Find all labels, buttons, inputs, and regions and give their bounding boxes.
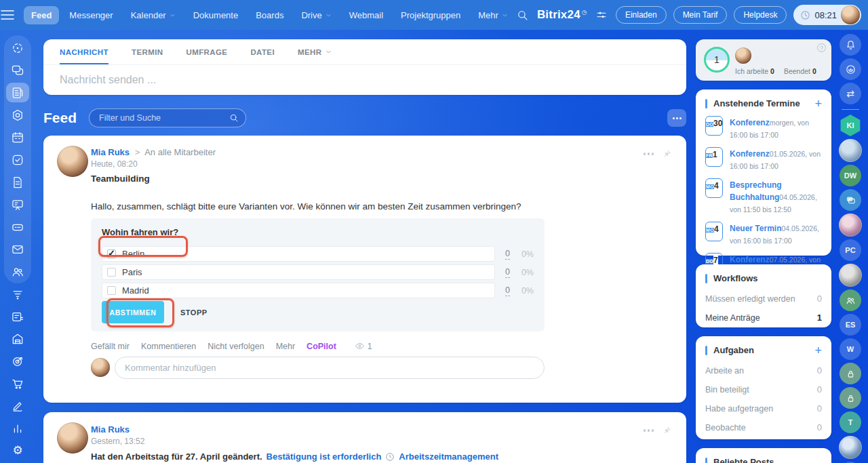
planner-icon[interactable] [4, 305, 31, 327]
workflow-row-requests[interactable]: Meine Anträge1 [696, 308, 831, 327]
event-title[interactable]: Konferenz [730, 118, 770, 127]
esign-pen-icon[interactable] [4, 395, 31, 417]
nav-kalender[interactable]: Kalender [123, 6, 183, 24]
nav-drive[interactable]: Drive [294, 6, 338, 24]
task-row-assigned[interactable]: Habe aufgetragen0 [696, 399, 831, 418]
workflow-row-todo[interactable]: Müssen erledigt werden0 [696, 289, 831, 308]
chat-avatar[interactable] [839, 264, 862, 287]
shop-cart-icon[interactable] [4, 372, 31, 395]
private-chat-lock-icon[interactable] [840, 387, 861, 409]
poll-option-madrid[interactable]: Madrid [102, 283, 495, 298]
checkbox-berlin[interactable] [107, 249, 116, 258]
search-input[interactable] [99, 113, 229, 123]
private-chat-lock-icon[interactable] [840, 363, 861, 384]
crm-funnel-icon[interactable] [4, 283, 31, 305]
document-icon[interactable] [4, 171, 31, 193]
chat-sync-icon[interactable]: ⇄ [840, 83, 861, 104]
pin-icon[interactable] [662, 426, 671, 435]
confirm-required-link[interactable]: Bestätigung ist erforderlich [267, 451, 382, 462]
chat-badge-es[interactable]: ES [840, 314, 861, 336]
event-title[interactable]: Konferenz [730, 149, 770, 159]
tab-umfrage[interactable]: UMFRAGE [186, 39, 227, 64]
notifications-bell-icon[interactable] [840, 34, 861, 56]
nav-messenger[interactable]: Messenger [62, 6, 120, 24]
analytics-icon[interactable] [4, 417, 31, 439]
event-title[interactable]: Konferenz [730, 255, 770, 264]
task-row-watching[interactable]: Beobachte0 [696, 418, 831, 437]
settings-gear-icon[interactable]: ⚙ [4, 439, 31, 462]
add-task-button[interactable]: + [814, 346, 822, 355]
chat-avatar[interactable] [839, 214, 862, 237]
feed-search[interactable] [89, 108, 246, 127]
event-title[interactable]: Besprechung Buchhaltung [730, 180, 782, 202]
group-chat-icon[interactable] [840, 189, 861, 211]
unfollow-link[interactable]: Nicht verfolgen [208, 342, 264, 351]
chat-badge-dw[interactable]: DW [840, 165, 861, 186]
worktime-clock-widget[interactable]: 08:21 [793, 5, 861, 25]
vote-count[interactable]: 0 [505, 285, 510, 296]
abstimmen-button[interactable]: ABSTIMMEN [102, 301, 164, 323]
tab-datei[interactable]: DATEI [250, 39, 275, 64]
checkbox-madrid[interactable] [107, 286, 116, 295]
task-row-working[interactable]: Arbeite an0 [696, 361, 831, 380]
author-name-link[interactable]: Mia Ruks [91, 424, 130, 435]
chat-badge-w[interactable]: W [840, 338, 861, 360]
tab-termin[interactable]: TERMIN [132, 39, 163, 64]
pin-icon[interactable] [662, 149, 671, 159]
post-menu-dots[interactable] [644, 429, 654, 432]
author-avatar[interactable] [57, 422, 88, 454]
whiteboard-icon[interactable] [4, 193, 31, 216]
mail-icon[interactable] [4, 238, 31, 260]
stopp-button[interactable]: STOPP [180, 308, 208, 317]
nav-boards[interactable]: Boards [248, 6, 291, 24]
mein-tarif-button[interactable]: Mein Tarif [673, 6, 728, 24]
event-item[interactable]: FR1 Konferenz01.05.2026, von 16:00 bis 1… [705, 147, 822, 172]
event-item[interactable]: DO30 Konferenzmorgen, von 16:00 bis 17:0… [705, 116, 822, 140]
copilot-link[interactable]: CoPilot [307, 342, 336, 351]
comment-link[interactable]: Kommentieren [141, 342, 196, 351]
post-menu-dots[interactable] [644, 153, 654, 155]
author-name-link[interactable]: Mia Ruks [91, 147, 130, 157]
event-item[interactable]: MO4 Besprechung Buchhaltung04.05.2026, v… [705, 178, 822, 215]
chat-avatar[interactable] [839, 139, 862, 162]
helpdesk-button[interactable]: Helpdesk [734, 6, 787, 24]
calendar-icon[interactable] [4, 126, 31, 148]
event-item[interactable]: MO4 Neuer Termin04.05.2026, von 16:00 bi… [705, 222, 822, 246]
messenger-icon[interactable] [4, 59, 31, 81]
checkbox-paris[interactable] [107, 268, 116, 277]
automation-hexagon-icon[interactable] [4, 104, 31, 126]
chat-badge-ki[interactable]: KI [840, 115, 861, 136]
add-event-button[interactable]: + [814, 99, 822, 108]
help-question-icon[interactable]: ? [817, 43, 826, 52]
message-input[interactable]: Nachricht senden ... [43, 65, 686, 95]
team-chat-icon[interactable] [840, 289, 861, 311]
poll-option-paris[interactable]: Paris [102, 264, 495, 280]
chat-badge-pc[interactable]: PC [840, 239, 861, 261]
worktime-management-link[interactable]: Arbeitszeitmanagement [399, 451, 498, 462]
copilot-spiral-icon[interactable] [840, 58, 861, 80]
like-link[interactable]: Gefällt mir [91, 342, 130, 351]
tasks-icon[interactable] [4, 148, 31, 171]
nav-mehr[interactable]: Mehr [471, 6, 515, 24]
nav-feed[interactable]: Feed [24, 6, 59, 24]
user-avatar[interactable] [841, 5, 860, 24]
marketing-icon[interactable] [4, 350, 31, 372]
store-icon[interactable] [4, 327, 31, 350]
nav-webmail[interactable]: Webmail [342, 6, 391, 24]
task-row-involved[interactable]: Bin beteiligt0 [696, 380, 831, 399]
audience-link[interactable]: An alle Mitarbeiter [144, 147, 216, 157]
planner-avatar[interactable] [735, 47, 751, 64]
search-icon[interactable] [515, 7, 530, 22]
feed-more-options-button[interactable] [667, 109, 686, 127]
chat-badge-t[interactable]: T [840, 411, 861, 433]
planner-gauge[interactable]: 1 [704, 47, 730, 73]
chat-avatar[interactable] [839, 436, 862, 459]
feed-icon[interactable] [4, 81, 31, 104]
nav-dokumente[interactable]: Dokumente [186, 6, 245, 24]
poll-option-berlin[interactable]: Berlin [102, 246, 495, 262]
sliders-icon[interactable] [594, 7, 609, 22]
hamburger-menu-icon[interactable] [0, 9, 14, 20]
drive-icon[interactable] [4, 216, 31, 238]
author-avatar[interactable] [57, 146, 88, 177]
more-link[interactable]: Mehr [276, 342, 295, 351]
